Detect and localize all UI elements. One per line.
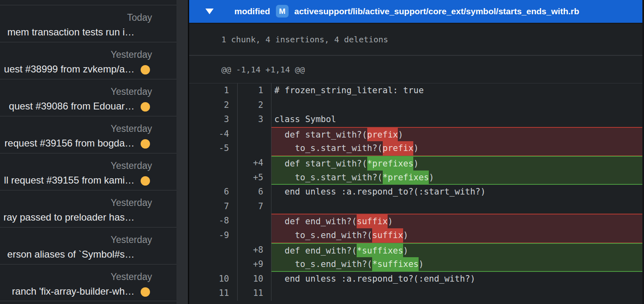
diff-row[interactable]: +5 to_s.start_with?(*prefixes)	[189, 171, 642, 185]
diff-panel: modified M activesupport/lib/active_supp…	[189, 0, 644, 304]
diff-row[interactable]: -8 def end_with?(suffix)	[189, 214, 642, 228]
commit-date: Yesterday	[111, 85, 152, 98]
code-line	[271, 286, 642, 301]
inline-change-highlight: suffix	[357, 214, 388, 228]
old-line-number	[189, 257, 238, 272]
inline-change-highlight: *prefixes	[367, 157, 414, 171]
old-line-number: 1	[189, 83, 238, 98]
diff-row[interactable]: 7 7	[189, 199, 642, 214]
code-line: end unless :a.respond_to?(:start_with?)	[271, 185, 642, 199]
old-line-number: 7	[189, 199, 238, 214]
commit-card[interactable]: Yesterday ll request #39155 from kami…	[0, 153, 176, 190]
commit-date: Yesterday	[111, 270, 152, 283]
new-line-number: 11	[238, 286, 271, 301]
diff-row[interactable]: -4 def start_with?(prefix)	[189, 127, 642, 142]
commit-status-dot	[141, 102, 150, 112]
commit-card[interactable]: Yesterday erson aliases of `Symbol#s…	[0, 227, 176, 264]
old-line-number	[189, 243, 238, 258]
old-line-number: -9	[189, 228, 238, 243]
diff-row[interactable]: +8 def end_with?(*suffixes)	[189, 243, 642, 258]
new-line-number: 6	[238, 185, 271, 199]
commit-message: request #39156 from bogda…	[4, 137, 135, 150]
new-line-number: 2	[238, 98, 271, 113]
commit-date: Yesterday	[111, 233, 152, 246]
old-line-number: 11	[189, 286, 238, 301]
commit-message: mem transaction tests run i…	[7, 26, 135, 39]
new-line-number	[238, 127, 271, 142]
diff-row[interactable]: 6 6 end unless :a.respond_to?(:start_wit…	[189, 185, 642, 199]
commit-message: uest #38999 from zvkemp/a…	[4, 63, 135, 76]
diff-row[interactable]: -9 to_s.end_with?(suffix)	[189, 228, 642, 243]
diff-file-header[interactable]: modified M activesupport/lib/active_supp…	[189, 0, 644, 23]
commit-card[interactable]: Yesterday quest #39086 from Edouar…	[0, 79, 176, 116]
diff-row[interactable]: 10 10 end unless :a.respond_to?(:end_wit…	[189, 272, 642, 287]
divider	[189, 55, 644, 56]
old-line-number: -4	[189, 127, 238, 142]
new-line-number: +4	[238, 156, 271, 171]
diff-row[interactable]: 1 1 # frozen_string_literal: true	[189, 83, 642, 98]
commit-message: ll request #39155 from kami…	[4, 174, 135, 187]
commit-date: Today	[127, 11, 152, 24]
diff-row[interactable]: 11 11	[189, 286, 642, 301]
old-line-number: -5	[189, 141, 238, 156]
code-line: def start_with?(*prefixes)	[271, 156, 642, 171]
commit-card[interactable]: Yesterday request #39156 from bogda…	[0, 116, 176, 153]
triangle-down-icon[interactable]	[205, 9, 214, 14]
code-line: def start_with?(prefix)	[271, 127, 642, 142]
code-line	[271, 98, 642, 113]
code-line: def end_with?(*suffixes)	[271, 243, 642, 258]
inline-change-highlight: prefix	[383, 141, 414, 155]
commit-message: quest #39086 from Edouar…	[9, 100, 135, 113]
diff-row[interactable]: 2 2	[189, 98, 642, 113]
hunk-header: @@ -1,14 +1,14 @@	[221, 64, 305, 75]
diff-row[interactable]: +4 def start_with?(*prefixes)	[189, 156, 642, 171]
inline-change-highlight: *prefixes	[383, 171, 429, 184]
code-line: to_s.end_with?(*suffixes)	[271, 257, 642, 272]
inline-change-highlight: *suffixes	[372, 257, 419, 271]
code-line: to_s.start_with?(*prefixes)	[271, 171, 642, 185]
code-line	[271, 199, 642, 214]
commit-card[interactable]: Yesterday ranch 'fix-array-builder-wh…	[0, 264, 176, 301]
commit-status-dot	[141, 65, 150, 74]
commit-status-dot	[141, 287, 150, 297]
old-line-number	[189, 156, 238, 171]
old-line-number: 6	[189, 185, 238, 199]
code-line: # frozen_string_literal: true	[271, 83, 642, 98]
commit-message: erson aliases of `Symbol#s…	[7, 248, 135, 261]
commit-date: Yesterday	[111, 196, 152, 209]
code-line: to_s.end_with?(suffix)	[271, 228, 642, 243]
diff-table: 1 1 # frozen_string_literal: true 2 2 3 …	[189, 83, 642, 301]
commit-list-panel: Today mem transaction tests run i… Yeste…	[0, 0, 176, 304]
code-line: to_s.start_with?(prefix)	[271, 141, 642, 156]
old-line-number: -8	[189, 214, 238, 228]
commit-message: ranch 'fix-array-builder-wh…	[12, 285, 135, 298]
commit-date: Yesterday	[111, 159, 152, 172]
new-line-number: 3	[238, 112, 271, 127]
new-line-number: 10	[238, 272, 271, 287]
header-shadow	[189, 23, 644, 24]
right-edge-strip	[642, 0, 644, 304]
code-line: end unless :a.respond_to?(:end_with?)	[271, 272, 642, 287]
commit-date: Yesterday	[111, 122, 152, 135]
commit-card[interactable]: Yesterday ray passed to preloader has…	[0, 190, 176, 227]
inline-change-highlight: *suffixes	[357, 244, 403, 258]
new-line-number	[238, 228, 271, 243]
new-line-number: 7	[238, 199, 271, 214]
new-line-number: +9	[238, 257, 271, 272]
commit-status-dot	[141, 139, 150, 149]
new-line-number: +5	[238, 171, 271, 185]
code-line: class Symbol	[271, 112, 642, 127]
diff-row[interactable]: 3 3 class Symbol	[189, 112, 642, 127]
inline-change-highlight: suffix	[372, 228, 403, 243]
diff-row[interactable]: +9 to_s.end_with?(*suffixes)	[189, 257, 642, 272]
commit-card[interactable]: Yesterday uest #38999 from zvkemp/a…	[0, 42, 176, 79]
commit-status-dot	[141, 176, 150, 186]
old-line-number: 3	[189, 112, 238, 127]
panel-gap	[176, 0, 188, 304]
old-line-number: 10	[189, 272, 238, 287]
file-path: activesupport/lib/active_support/core_ex…	[294, 0, 579, 23]
commit-card[interactable]: Today mem transaction tests run i…	[0, 5, 176, 42]
file-status-badge: M	[276, 5, 289, 17]
diff-row[interactable]: -5 to_s.start_with?(prefix)	[189, 141, 642, 156]
commit-message: ray passed to preloader has…	[3, 211, 135, 224]
